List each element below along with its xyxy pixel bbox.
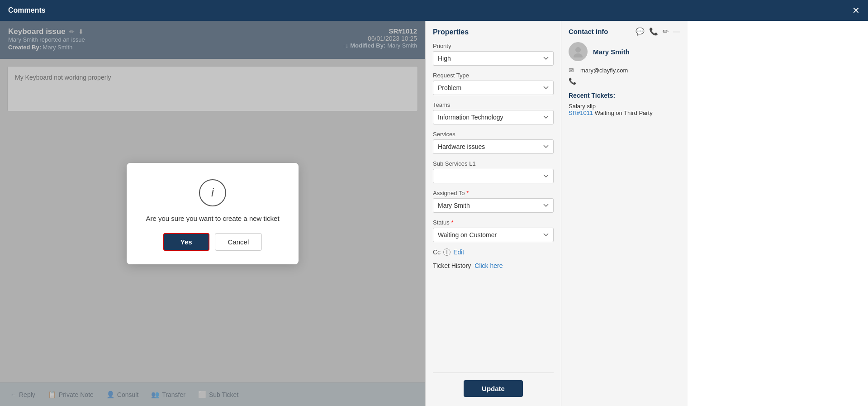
status-field: Status Waiting on Customer Open Waiting …	[433, 219, 554, 242]
ticket-history-label: Ticket History	[433, 262, 471, 269]
assigned-to-field: Assigned To Mary Smith	[433, 190, 554, 213]
contact-panel-title: Contact Info	[569, 28, 608, 35]
sub-services-select[interactable]	[433, 169, 554, 183]
cc-row: Cc i Edit	[433, 248, 554, 256]
phone-icon: 📞	[569, 77, 577, 85]
cc-edit-link[interactable]: Edit	[453, 248, 464, 256]
dialog-cancel-button[interactable]: Cancel	[215, 233, 262, 251]
update-btn-container: Update	[433, 373, 554, 406]
svg-point-1	[574, 53, 583, 57]
sub-services-field: Sub Services L1	[433, 160, 554, 183]
main-content: Keyboard issue ✏ ⬇ Mary Smith reported a…	[0, 21, 868, 406]
cc-info-icon: i	[443, 248, 451, 256]
recent-ticket-item: Salary slip SR#1011 Waiting on Third Par…	[569, 103, 680, 116]
contact-header: Contact Info 💬 📞 ✏ —	[569, 27, 680, 36]
recent-ticket-title: Salary slip	[569, 103, 680, 110]
update-button[interactable]: Update	[464, 380, 523, 397]
request-type-label: Request Type	[433, 72, 554, 79]
teams-label: Teams	[433, 101, 554, 108]
status-label: Status	[433, 219, 554, 226]
ticket-history-link[interactable]: Click here	[474, 262, 503, 269]
request-type-select[interactable]: Problem Question Incident	[433, 81, 554, 95]
contact-email: mary@clayfly.com	[580, 67, 628, 74]
avatar	[569, 42, 588, 61]
comments-panel: Keyboard issue ✏ ⬇ Mary Smith reported a…	[0, 21, 425, 406]
title-bar: Comments ✕	[0, 0, 868, 21]
dialog-yes-button[interactable]: Yes	[163, 233, 209, 251]
sub-services-label: Sub Services L1	[433, 160, 554, 167]
email-icon: ✉	[569, 67, 577, 74]
ticket-history-row: Ticket History Click here	[433, 262, 554, 269]
svg-point-0	[575, 47, 581, 53]
teams-select[interactable]: Information Technology	[433, 110, 554, 124]
services-select[interactable]: Hardware issues	[433, 139, 554, 154]
contact-panel: Contact Info 💬 📞 ✏ — Mary Smith	[561, 21, 688, 406]
recent-ticket-link[interactable]: SR#1011	[569, 110, 593, 116]
title-bar-title: Comments	[8, 6, 46, 14]
recent-ticket-status: Waiting on Third Party	[595, 110, 653, 116]
contact-user-row: Mary Smith	[569, 42, 680, 61]
assigned-to-select[interactable]: Mary Smith	[433, 198, 554, 213]
title-bar-close-button[interactable]: ✕	[852, 6, 860, 15]
contact-close-icon[interactable]: —	[673, 28, 680, 36]
contact-edit-icon[interactable]: ✏	[663, 27, 669, 36]
contact-phone-row: 📞	[569, 77, 680, 85]
priority-field: Priority High Low Medium Critical	[433, 43, 554, 66]
contact-chat-icon[interactable]: 💬	[636, 27, 645, 36]
teams-field: Teams Information Technology	[433, 101, 554, 124]
services-field: Services Hardware issues	[433, 131, 554, 154]
dialog-message: Are you sure you want to create a new ti…	[146, 215, 279, 222]
properties-panel-title: Properties	[433, 28, 554, 36]
priority-label: Priority	[433, 43, 554, 49]
dialog-info-icon: i	[199, 179, 226, 206]
assigned-to-label: Assigned To	[433, 190, 554, 196]
confirm-dialog: i Are you sure you want to create a new …	[127, 163, 299, 264]
contact-email-row: ✉ mary@clayfly.com	[569, 67, 680, 74]
priority-select[interactable]: High Low Medium Critical	[433, 51, 554, 66]
services-label: Services	[433, 131, 554, 138]
request-type-field: Request Type Problem Question Incident	[433, 72, 554, 95]
contact-phone-icon[interactable]: 📞	[649, 27, 658, 36]
dialog-buttons: Yes Cancel	[163, 233, 262, 251]
contact-name: Mary Smith	[593, 48, 630, 56]
properties-panel: Properties Priority High Low Medium Crit…	[425, 21, 561, 406]
recent-tickets-title: Recent Tickets:	[569, 92, 680, 99]
app-window: Comments ✕ Keyboard issue ✏ ⬇ Mary Smith…	[0, 0, 868, 406]
contact-icons: 💬 📞 ✏ —	[636, 27, 680, 36]
cc-label: Cc	[433, 248, 441, 256]
modal-overlay: i Are you sure you want to create a new …	[0, 21, 425, 406]
status-select[interactable]: Waiting on Customer Open Waiting on Thir…	[433, 228, 554, 242]
contact-details: ✉ mary@clayfly.com 📞	[569, 67, 680, 85]
